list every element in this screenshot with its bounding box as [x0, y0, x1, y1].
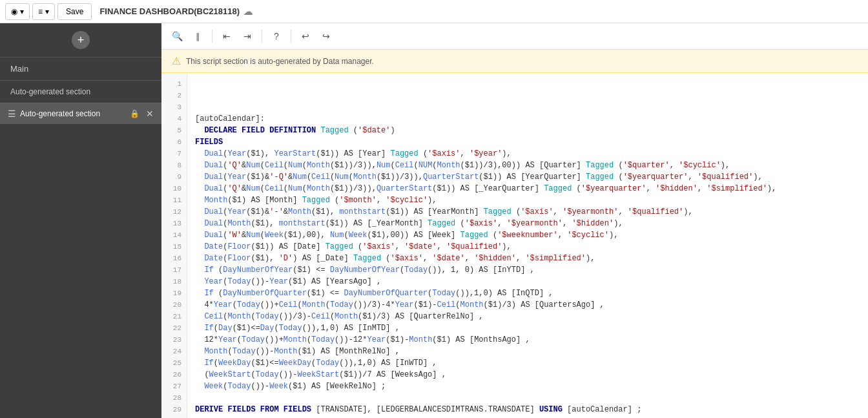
toolbar-separator-2 [262, 30, 262, 43]
code-line-13: Dual(Month($1), monthstart($1)) AS [_Yea… [195, 218, 868, 229]
ln-3: 3 [161, 101, 187, 113]
code-line-5: DECLARE FIELD DEFINITION Tagged ('$date'… [195, 125, 868, 136]
code-line-19: If (DayNumberOfQuarter($1) <= DayNumberO… [195, 287, 868, 299]
ln-25: 25 [161, 357, 187, 369]
line-numbers: 1 2 3 4 5 6 7 8 9 10 11 12 13 14 15 16 1… [161, 73, 187, 418]
indent-button[interactable]: ⇥ [238, 27, 256, 45]
help-button[interactable]: ? [267, 27, 285, 45]
ln-4: 4 [161, 113, 187, 125]
code-line-12: Dual(Year($1)&'-'&Month($1), monthstart(… [195, 206, 868, 218]
code-line-15: Date(Floor($1)) AS [Date] Tagged ('$axis… [195, 241, 868, 253]
code-line-18: Year(Today())-Year($1) AS [YearsAgo] , [195, 276, 868, 287]
code-line-7: Dual(Year($1), YearStart($1)) AS [Year] … [195, 148, 868, 160]
ln-13: 13 [161, 218, 187, 229]
code-line-26: (WeekStart(Today())-WeekStart($1))/7 AS … [195, 369, 868, 381]
list-button[interactable]: ≡ ▾ [32, 3, 55, 20]
unindent-button[interactable]: ⇤ [218, 27, 236, 45]
undo-icon: ↩ [302, 31, 309, 41]
ln-18: 18 [161, 276, 187, 287]
code-line-28 [195, 392, 868, 404]
code-line-10: Dual('Q'&Num(Ceil(Num(Month($1))/3)),Qua… [195, 183, 868, 194]
comment-button[interactable]: ∥ [189, 27, 207, 45]
redo-button[interactable]: ↪ [317, 27, 335, 45]
cloud-icon: ☁ [243, 6, 253, 17]
topbar: ◉ ▾ ≡ ▾ Save FINANCE DASHBOARD(BC218118)… [0, 0, 868, 23]
ln-19: 19 [161, 287, 187, 299]
list-icon: ≡ [38, 7, 43, 16]
active-section-label: Auto-generated section [20, 109, 100, 118]
ln-28: 28 [161, 392, 187, 404]
ln-21: 21 [161, 311, 187, 322]
sidebar: + Main Auto-generated section ☰ Auto-gen… [0, 23, 161, 418]
warning-banner: ⚠ This script section is auto-generated … [161, 50, 868, 73]
code-line-1 [195, 78, 868, 90]
editor-area: 🔍 ∥ ⇤ ⇥ ? ↩ ↪ ⚠ [161, 23, 868, 418]
code-line-9: Dual(Year($1)&'-Q'&Num(Ceil(Num(Month($1… [195, 171, 868, 183]
code-line-27: Week(Today())-Week($1) AS [WeekRelNo] ; [195, 381, 868, 392]
save-button[interactable]: Save [57, 3, 92, 20]
sidebar-item-auto-generated[interactable]: Auto-generated section [0, 80, 161, 103]
close-icon[interactable]: ✕ [146, 109, 154, 119]
ln-24: 24 [161, 346, 187, 357]
toolbar-separator-3 [291, 30, 291, 43]
code-line-23: 12*Year(Today())+Month(Today())-12*Year(… [195, 334, 868, 346]
code-content[interactable]: [autoCalendar]: DECLARE FIELD DEFINITION… [187, 73, 868, 418]
plus-icon: + [78, 34, 85, 47]
ln-17: 17 [161, 264, 187, 276]
code-line-14: Dual('W'&Num(Week($1),00), Num(Week($1),… [195, 229, 868, 241]
menu-icon: ☰ [8, 109, 16, 119]
home-dropdown-icon: ▾ [20, 7, 24, 16]
sidebar-item-main[interactable]: Main [0, 57, 161, 80]
warning-icon: ⚠ [172, 55, 181, 67]
comment-icon: ∥ [196, 32, 200, 41]
code-line-17: If (DayNumberOfYear($1) <= DayNumberOfYe… [195, 264, 868, 276]
code-line-2 [195, 90, 868, 101]
sidebar-item-active[interactable]: ☰ Auto-generated section 🔒 ✕ [0, 103, 161, 124]
title-text: FINANCE DASHBOARD(BC218118) [99, 6, 240, 16]
code-line-29: DERIVE FIELDS FROM FIELDS [TRANSDATE], [… [195, 404, 868, 415]
ln-15: 15 [161, 241, 187, 253]
ln-6: 6 [161, 136, 187, 148]
ln-2: 2 [161, 90, 187, 101]
search-button[interactable]: 🔍 [168, 27, 186, 45]
code-editor[interactable]: 1 2 3 4 5 6 7 8 9 10 11 12 13 14 15 16 1… [161, 73, 868, 418]
code-line-22: If(Day($1)<=Day(Today()),1,0) AS [InMTD]… [195, 322, 868, 334]
code-line-8: Dual('Q'&Num(Ceil(Num(Month($1))/3)),Num… [195, 160, 868, 171]
help-icon: ? [274, 31, 279, 41]
sidebar-add-section[interactable]: + [0, 23, 161, 57]
search-icon: 🔍 [172, 31, 183, 41]
main-layout: + Main Auto-generated section ☰ Auto-gen… [0, 23, 868, 418]
code-line-3 [195, 101, 868, 113]
ln-22: 22 [161, 322, 187, 334]
ln-26: 26 [161, 369, 187, 381]
ln-16: 16 [161, 253, 187, 264]
unindent-icon: ⇤ [223, 31, 231, 41]
code-line-16: Date(Floor($1), 'D') AS [_Date] Tagged (… [195, 253, 868, 264]
code-line-20: 4*Year(Today())+Ceil(Month(Today())/3)-4… [195, 299, 868, 311]
toolbar-separator-1 [212, 30, 212, 43]
warning-text: This script section is auto-generated by… [186, 57, 374, 66]
app-title: FINANCE DASHBOARD(BC218118) ☁ [99, 6, 253, 17]
code-line-24: Month(Today())-Month($1) AS [MonthRelNo]… [195, 346, 868, 357]
redo-icon: ↪ [322, 31, 330, 41]
ln-8: 8 [161, 160, 187, 171]
ln-9: 9 [161, 171, 187, 183]
add-section-button[interactable]: + [72, 31, 90, 49]
ln-27: 27 [161, 381, 187, 392]
home-button[interactable]: ◉ ▾ [5, 3, 30, 20]
indent-icon: ⇥ [243, 31, 251, 41]
home-icon: ◉ [11, 7, 17, 16]
code-line-6: FIELDS [195, 136, 868, 148]
ln-20: 20 [161, 299, 187, 311]
undo-button[interactable]: ↩ [296, 27, 315, 45]
ln-1: 1 [161, 78, 187, 90]
list-dropdown-icon: ▾ [45, 7, 49, 16]
code-line-11: Month($1) AS [Month] Tagged ('$month', '… [195, 194, 868, 206]
ln-12: 12 [161, 206, 187, 218]
lock-icon: 🔒 [130, 109, 140, 118]
code-line-21: Ceil(Month(Today())/3)-Ceil(Month($1)/3)… [195, 311, 868, 322]
editor-toolbar: 🔍 ∥ ⇤ ⇥ ? ↩ ↪ [161, 23, 868, 50]
ln-14: 14 [161, 229, 187, 241]
ln-29: 29 [161, 404, 187, 415]
code-line-4: [autoCalendar]: [195, 113, 868, 125]
